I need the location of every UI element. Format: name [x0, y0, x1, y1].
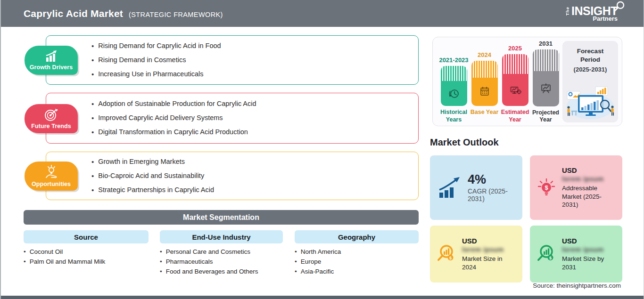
- addressable-market-card: $ USD lorem ipsum Addressable Market (20…: [530, 155, 622, 220]
- segment-header-end-use: End-Use Industry: [160, 230, 283, 243]
- growth-drivers-badge: Growth Drivers: [25, 46, 78, 75]
- timeline-caption: Base Year: [471, 109, 499, 124]
- magnifier-chart-green-icon: $: [536, 243, 557, 265]
- magnifier-icon: [613, 1, 625, 13]
- timeline-caption: Projected Year: [531, 109, 561, 124]
- growth-chart-icon: [44, 50, 59, 63]
- list-item: Rising Demand in Cosmetics: [91, 56, 412, 65]
- currency-label: USD: [562, 237, 617, 245]
- timeline-base-year: 2024: [470, 40, 499, 124]
- presentation-chart-icon: [539, 81, 553, 96]
- card-caption: Market Size in 2024: [462, 255, 517, 272]
- infographic-page: Caprylic Acid Market (STRATEGIC FRAMEWOR…: [0, 0, 644, 299]
- list-item: Bio-Caproic Acid and Sustainability: [91, 172, 412, 180]
- blurred-value: lorem ipsum: [462, 246, 517, 253]
- timeline-year-label: 2021-2023: [439, 57, 468, 64]
- bar-chart-arrow-icon: [438, 177, 463, 199]
- svg-text:$: $: [549, 255, 552, 260]
- page-title: Caprylic Acid Market: [24, 8, 123, 19]
- market-size-2031-card: $ USD lorem ipsum Market Size by 2031: [530, 226, 622, 283]
- blurred-value: lorem ipsum: [562, 175, 617, 183]
- geography-list: North America Europe Asia-Pacific: [295, 247, 419, 276]
- list-item: Strategic Partnerships in Caprylic Acid: [91, 186, 412, 194]
- source-list: Coconut Oil Palm Oil and Mammal Milk: [24, 247, 156, 267]
- forecast-period-label: Forecast Period: [572, 47, 608, 64]
- bar-stripes: [471, 61, 498, 78]
- market-size-2031-text: USD lorem ipsum Market Size by 2031: [562, 237, 617, 272]
- badge-label: Opportunities: [32, 181, 71, 187]
- list-item: North America: [295, 247, 419, 257]
- target-dart-icon: [44, 108, 59, 122]
- cagr-text: 4% CAGR (2025-2031): [468, 173, 517, 203]
- forecast-illustration: [563, 84, 617, 121]
- bulb-hand-icon: [44, 165, 59, 180]
- bar-stripes: [533, 49, 559, 71]
- opportunities-badge: Opportunities: [25, 162, 78, 191]
- list-item: Growth in Emerging Markets: [91, 158, 412, 166]
- timeline-year-label: 2025: [508, 45, 522, 52]
- addressable-market-text: USD lorem ipsum Addressable Market (2025…: [562, 166, 617, 209]
- list-item: Personal Care and Cosmetics: [160, 247, 289, 257]
- list-item: Palm Oil and Mammal Milk: [24, 257, 156, 267]
- card-caption: Addressable Market (2025-2031): [562, 184, 617, 209]
- bottom-accent-bar: [1, 296, 644, 299]
- monitor-gear-icon: [508, 83, 522, 97]
- cagr-caption: CAGR (2025-2031): [468, 187, 517, 202]
- timeline-bar-historical: [441, 66, 467, 106]
- list-item: Europe: [295, 257, 419, 267]
- currency-label: USD: [562, 166, 617, 174]
- list-item: Adoption of Sustainable Production for C…: [91, 100, 412, 108]
- svg-text:$: $: [449, 255, 452, 260]
- forecast-period-range: (2025-2031): [562, 66, 618, 73]
- timeline-year-label: 2031: [539, 40, 553, 47]
- timeline-year-label: 2024: [478, 51, 491, 58]
- growth-drivers-list: Rising Demand for Caprylic Acid in Food …: [46, 36, 418, 84]
- calendar-icon: [478, 85, 492, 99]
- future-trends-box: Adoption of Sustainable Production for C…: [46, 93, 419, 144]
- logo-the-text: The: [566, 7, 570, 16]
- timeline-caption: Estimated Year: [500, 109, 530, 124]
- list-item: Increasing Use in Pharmaceuticals: [91, 70, 412, 79]
- bar-stripes: [502, 54, 528, 74]
- future-trends-badge: Future Trends: [25, 104, 78, 133]
- cagr-value: 4%: [468, 173, 517, 187]
- end-use-list: Personal Care and Cosmetics Pharmaceutic…: [160, 247, 289, 276]
- logo-partners-text: Partners: [593, 16, 618, 22]
- cagr-card: 4% CAGR (2025-2031): [430, 155, 522, 220]
- timeline-bars: 2021-2023 Historica: [439, 40, 561, 124]
- svg-text:$: $: [545, 184, 548, 191]
- list-item: Rising Demand for Caprylic Acid in Food: [91, 42, 412, 50]
- list-item: Improved Caprylic Acid Delivery Systems: [91, 114, 412, 122]
- magnifier-chart-orange-icon: $: [436, 243, 457, 265]
- currency-label: USD: [462, 237, 517, 245]
- segment-header-geography: Geography: [295, 230, 419, 243]
- timeline-caption: Historical Years: [439, 109, 469, 124]
- timeline-projected-year: 2031: [531, 40, 561, 124]
- market-size-2024-card: $ USD lorem ipsum Market Size in 2024: [430, 226, 522, 283]
- page-subtitle: (STRATEGIC FRAMEWORK): [129, 11, 223, 18]
- list-item: Food and Beverages and Others: [160, 267, 289, 276]
- page-title-wrap: Caprylic Acid Market (STRATEGIC FRAMEWOR…: [24, 8, 223, 19]
- opportunities-box: Growth in Emerging Markets Bio-Caproic A…: [46, 152, 419, 200]
- clock-history-icon: [447, 87, 461, 101]
- card-caption: Market Size by 2031: [562, 255, 617, 272]
- timeline-historical-years: 2021-2023 Historica: [439, 40, 469, 124]
- list-item: Asia-Pacific: [295, 267, 419, 276]
- bar-stripes: [441, 66, 467, 81]
- badge-label: Future Trends: [31, 123, 71, 129]
- list-item: Coconut Oil: [24, 247, 156, 257]
- timeline-estimated-year: 2025: [500, 40, 530, 124]
- segment-header-source: Source: [24, 230, 149, 243]
- list-item: Pharmaceuticals: [160, 257, 289, 267]
- source-attribution: Source: theinsightpartners.com: [533, 282, 621, 289]
- forecast-period-panel: Forecast Period (2025-2031): [562, 41, 618, 122]
- blurred-value: lorem ipsum: [562, 246, 617, 253]
- list-item: Digital Transformation in Caprylic Acid …: [91, 128, 412, 137]
- insight-partners-logo: The INSIGHT Partners: [566, 5, 624, 22]
- header-bar: Caprylic Acid Market (STRATEGIC FRAMEWOR…: [1, 0, 644, 27]
- market-segmentation-header: Market Segmentation: [24, 210, 419, 225]
- timeline-card: 2021-2023 Historica: [432, 37, 622, 126]
- market-size-2024-text: USD lorem ipsum Market Size in 2024: [462, 237, 517, 272]
- future-trends-list: Adoption of Sustainable Production for C…: [46, 93, 418, 143]
- timeline-bar-base: [471, 61, 498, 106]
